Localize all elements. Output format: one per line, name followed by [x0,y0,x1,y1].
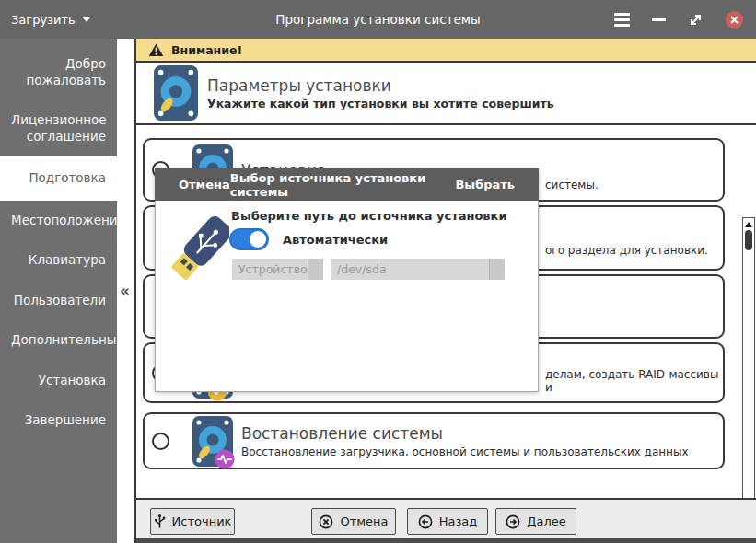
device-select-button[interactable] [308,259,323,280]
minimize-icon[interactable] [652,18,666,21]
page-title: Параметры установки [207,76,554,95]
sidebar-item-preparation[interactable]: Подготовка [0,156,117,201]
dialog-cancel-button[interactable]: Отмена [179,178,230,191]
device-select-value: Устройство [238,262,308,276]
next-button-label: Далее [527,514,565,528]
sidebar-item-location[interactable]: Местоположение [0,201,117,241]
usb-drive-icon [163,210,229,302]
main-panel: Внимание! Параметры установки Укажите ка… [134,39,756,543]
source-dialog: Отмена Выбор источника установки системы… [155,168,539,392]
sidebar-item-install[interactable]: Установка [0,361,117,401]
steps-sidebar: Добро пожаловать Лицензионное соглашение… [0,39,117,543]
next-circle-icon [506,514,520,529]
cancel-circle-icon [319,514,333,529]
option-desc-fragment: системы. [545,179,599,191]
source-button[interactable]: Источник [150,508,235,535]
source-prompt: Выберите путь до источника установки [231,209,507,223]
source-dialog-header: Отмена Выбор источника установки системы… [155,168,539,201]
source-button-label: Источник [172,514,232,528]
scroll-up-icon[interactable] [745,222,752,227]
titlebar: Загрузить Программа установки системы [0,0,756,39]
sidebar-gutter: « [117,39,134,543]
toggle-knob [250,231,266,248]
sidebar-item-users[interactable]: Пользователи [0,281,117,321]
dialog-title: Выбор источника установки системы [230,171,456,199]
option-desc-fragment: делам, создать RAID-массивы и [545,368,723,394]
page-subtitle: Укажите какой тип установки вы хотите со… [207,97,554,110]
back-circle-icon [418,514,433,529]
expand-icon[interactable] [688,12,704,28]
option-desc-fragment: ого раздела для установки. [545,244,708,257]
sidebar-item-keyboard[interactable]: Клавиатура [0,240,117,281]
auto-toggle-label: Автоматически [283,233,388,247]
collapse-sidebar-icon[interactable]: « [120,282,130,300]
footer-bar: Источник Отмена [136,498,756,538]
vertical-scrollbar[interactable] [742,217,755,543]
sidebar-item-welcome[interactable]: Добро пожаловать [0,44,117,100]
close-icon[interactable] [726,11,743,29]
cancel-button[interactable]: Отмена [311,508,396,535]
dialog-select-button[interactable]: Выбрать [455,178,515,191]
auto-toggle[interactable] [229,228,269,250]
option-desc: Восстановление загрузчика, основной сист… [241,445,689,458]
sidebar-item-license[interactable]: Лицензионное соглашение [0,100,117,156]
option-title: Востановление системы [241,424,689,443]
back-button[interactable]: Назад [407,508,488,535]
hdd-recovery-icon [192,416,233,467]
back-button-label: Назад [439,514,478,528]
warning-banner: Внимание! [136,39,756,63]
radio-recovery[interactable] [152,433,169,450]
menu-icon[interactable] [614,13,630,27]
window-bottom-edge [136,538,756,543]
installer-window: Загрузить Программа установки системы [0,0,756,543]
device-select[interactable]: Устройство [232,259,323,280]
sidebar-item-additional[interactable]: Дополнительный [0,320,117,361]
warning-label: Внимание! [171,43,242,57]
option-recovery[interactable]: Востановление системы Восстановление заг… [143,412,725,469]
cancel-button-label: Отмена [340,514,388,528]
sidebar-item-finish[interactable]: Завершение [0,400,117,441]
path-select[interactable]: /dev/sda [331,259,505,280]
path-select-button[interactable] [489,259,505,280]
path-select-value: /dev/sda [337,262,387,276]
next-button[interactable]: Далее [495,508,576,535]
scrollbar-thumb[interactable] [745,230,752,250]
usb-icon [154,514,166,529]
page-header: Параметры установки Укажите какой тип ус… [136,63,756,125]
hdd-icon [154,65,198,121]
warning-icon [148,43,164,57]
